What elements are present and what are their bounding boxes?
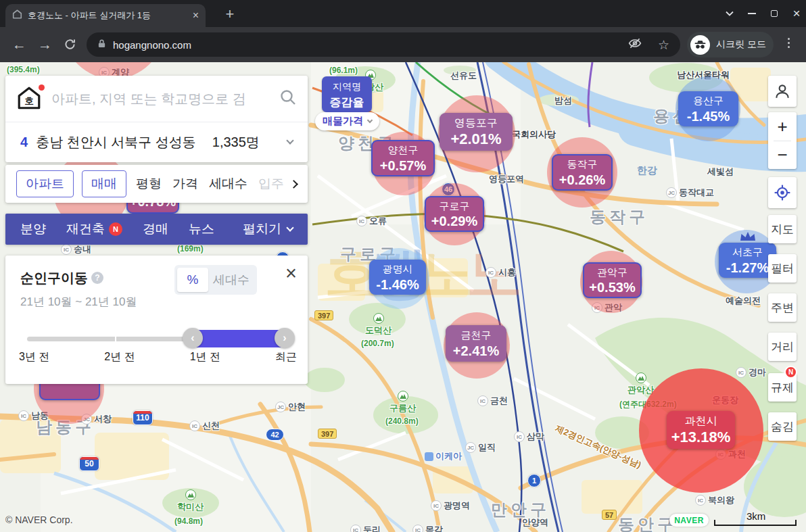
tab-title: 호갱노노 - 아파트 실거래가 1등: [28, 9, 187, 22]
window-close-button[interactable]: ×: [791, 8, 802, 19]
nav-item[interactable]: 재건축N: [66, 220, 122, 238]
nav-item-label: 뉴스: [189, 220, 214, 238]
bubble-yongsan[interactable]: 용산구-1.45%: [678, 91, 738, 126]
bubble-change-value: -1.45%: [687, 108, 730, 124]
notification-dot: [39, 84, 45, 91]
bubble-dongjak[interactable]: 동작구+0.26%: [552, 154, 613, 191]
bubble-change-value: +2.01%: [450, 130, 501, 148]
close-icon[interactable]: ×: [285, 264, 297, 283]
filter-chip[interactable]: 매매: [82, 170, 126, 197]
legend-change-rate-label: 증감율: [322, 95, 372, 110]
bubble-gwangmyeong[interactable]: 광명시-1.46%: [369, 260, 426, 295]
bubble-yeongdeungpo[interactable]: 영등포구+2.01%: [440, 113, 513, 151]
bubble-change-value: +2.41%: [453, 343, 499, 359]
legend-region-label: 지역명: [322, 81, 372, 93]
bubble-gwanak[interactable]: 관악구+0.53%: [583, 262, 642, 298]
chevron-down-icon[interactable]: [286, 137, 293, 144]
nav-item[interactable]: 경매: [143, 220, 168, 238]
browser-chrome: 호갱노노 - 아파트 실거래가 1등 × + × ← →: [0, 0, 806, 62]
window-minimize-button[interactable]: [746, 8, 757, 19]
tab-strip: 호갱노노 - 아파트 실거래가 1등 × + ×: [0, 0, 806, 27]
eye-off-icon[interactable]: [628, 37, 642, 53]
site-favicon-icon: [12, 9, 22, 22]
map-scale-bar: [714, 520, 797, 526]
lock-icon: [97, 39, 106, 51]
search-panel: 호 4 충남 천안시 서북구 성성동 1,335명: [5, 76, 308, 162]
address-bar[interactable]: hogangnono.com ☆: [87, 32, 680, 57]
current-region-selector[interactable]: 4 충남 천안시 서북구 성성동 1,335명: [5, 122, 308, 162]
listing-price-button[interactable]: 매물가격: [315, 112, 379, 130]
zoom-in-button[interactable]: +: [777, 113, 787, 141]
map-copyright: © NAVER Corp.: [5, 514, 73, 525]
bookmark-star-icon[interactable]: ☆: [658, 37, 669, 53]
filters-scroll-right-icon[interactable]: [291, 178, 297, 190]
expand-button[interactable]: 펼치기: [243, 220, 293, 238]
svg-text:호: 호: [24, 97, 34, 107]
new-tab-button[interactable]: +: [222, 5, 238, 23]
bubble-change-value: -1.46%: [376, 276, 419, 293]
profile-button[interactable]: [768, 76, 797, 107]
bubble-region-name: 금천구: [461, 328, 492, 343]
filter-menu-item[interactable]: 세대수: [208, 171, 249, 197]
map-legend-toggle[interactable]: 지역명 증감율: [322, 76, 372, 112]
nav-item[interactable]: 뉴스: [189, 220, 214, 238]
sidebar-button-주변[interactable]: 주변: [768, 293, 797, 322]
filter-menu-item[interactable]: 평형: [135, 171, 163, 197]
slider-handle-left[interactable]: ‹: [183, 328, 203, 348]
tab-search-chevron-icon[interactable]: [724, 8, 735, 19]
new-badge: N: [109, 222, 122, 236]
sidebar-button-지도[interactable]: 지도: [768, 215, 797, 243]
naver-logo[interactable]: NAVER: [669, 514, 709, 527]
help-icon[interactable]: ?: [91, 272, 103, 284]
bubble-yangcheon[interactable]: 양천구+0.57%: [371, 140, 435, 176]
unit-household-option[interactable]: 세대수: [208, 272, 254, 288]
my-location-button[interactable]: [768, 177, 797, 208]
back-button[interactable]: ←: [12, 37, 26, 53]
unit-percent-option[interactable]: %: [177, 268, 208, 292]
forward-button[interactable]: →: [38, 37, 52, 53]
slider-label: 2년 전: [104, 350, 135, 364]
bubble-region-name: 용산구: [693, 93, 724, 108]
nav-item-label: 재건축: [66, 220, 105, 238]
bubble-gwacheon[interactable]: 과천시+13.18%: [667, 411, 735, 449]
filter-menu-item[interactable]: 입주: [257, 171, 285, 197]
bubble-guro[interactable]: 구로구+0.29%: [425, 196, 484, 232]
bubble-change-value: -1.27%: [726, 260, 769, 276]
sidebar-button-필터[interactable]: 필터: [768, 254, 797, 283]
filter-chip[interactable]: 아파트: [16, 170, 74, 197]
url-text: hogangnono.com: [113, 39, 621, 51]
search-input[interactable]: [51, 91, 271, 107]
reload-button[interactable]: [64, 38, 76, 54]
hogangnono-logo-icon[interactable]: 호: [16, 86, 43, 112]
incognito-badge: 시크릿 모드: [687, 32, 774, 57]
sidebar-button-거리[interactable]: 거리: [768, 333, 797, 361]
sidebar-button-숨김[interactable]: 숨김: [768, 412, 797, 441]
region-population: 1,335명: [212, 133, 260, 151]
slider-tick: [115, 335, 116, 343]
person-icon: [774, 82, 791, 100]
window-maximize-button[interactable]: [769, 8, 780, 19]
unit-toggle: % 세대수: [174, 265, 257, 295]
time-slider-range[interactable]: [193, 330, 288, 347]
filter-menu-item[interactable]: 가격: [171, 171, 199, 197]
nav-item-label: 분양: [20, 220, 46, 238]
filter-bar: 아파트매매평형가격세대수입주: [5, 165, 308, 203]
incognito-label: 시크릿 모드: [716, 39, 766, 51]
bubble-change-value: +0.26%: [559, 172, 605, 188]
bubble-geumcheon[interactable]: 금천구+2.41%: [446, 325, 506, 362]
menu-kebab-icon[interactable]: [788, 38, 790, 48]
zoom-out-button[interactable]: −: [777, 141, 787, 169]
period-range: 21년 10월 ~ 21년 10월: [20, 294, 137, 310]
tab-close-icon[interactable]: ×: [193, 10, 199, 21]
slider-label: 3년 전: [19, 350, 49, 364]
new-badge: N: [784, 366, 797, 379]
slider-handle-right[interactable]: ›: [275, 328, 295, 348]
chevron-down-icon: [286, 224, 293, 231]
nav-item-label: 경매: [143, 220, 168, 238]
region-rank: 4: [20, 135, 28, 150]
bubble-region-name: 동작구: [567, 157, 598, 172]
browser-tab[interactable]: 호갱노노 - 아파트 실거래가 1등 ×: [5, 4, 206, 27]
incognito-icon: [690, 35, 710, 55]
nav-item[interactable]: 분양: [20, 220, 46, 238]
search-icon[interactable]: [279, 89, 297, 109]
